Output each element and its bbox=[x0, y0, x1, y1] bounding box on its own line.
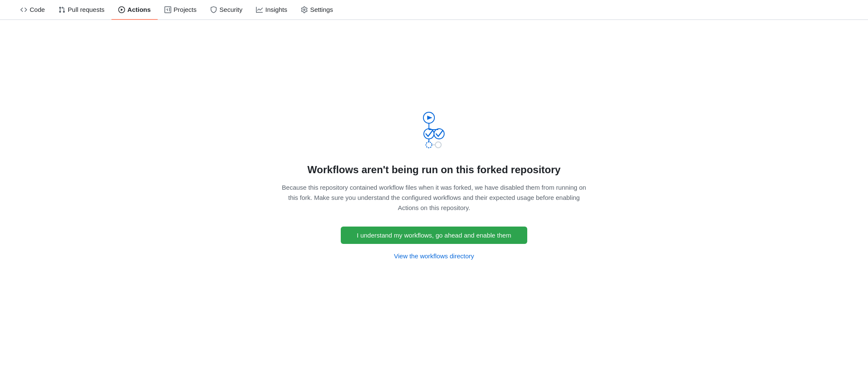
settings-icon bbox=[301, 6, 308, 13]
code-icon bbox=[20, 6, 27, 13]
main-description: Because this repository contained workfl… bbox=[281, 183, 587, 213]
main-content: Workflows aren't being run on this forke… bbox=[0, 20, 868, 350]
main-heading: Workflows aren't being run on this forke… bbox=[307, 164, 560, 176]
nav-label-insights: Insights bbox=[265, 6, 287, 13]
workflow-illustration bbox=[413, 111, 455, 150]
nav-label-pull-requests: Pull requests bbox=[68, 6, 105, 13]
pr-icon bbox=[58, 6, 65, 13]
projects-icon bbox=[164, 6, 171, 13]
nav-item-projects[interactable]: Projects bbox=[158, 0, 203, 20]
nav-item-settings[interactable]: Settings bbox=[294, 0, 340, 20]
nav-label-code: Code bbox=[30, 6, 45, 13]
insights-icon bbox=[256, 6, 263, 13]
svg-point-5 bbox=[434, 129, 444, 139]
nav-bar: Code Pull requests Actions Projects bbox=[0, 0, 868, 20]
svg-marker-1 bbox=[427, 116, 432, 120]
nav-item-code[interactable]: Code bbox=[14, 0, 52, 20]
enable-workflows-button[interactable]: I understand my workflows, go ahead and … bbox=[341, 227, 527, 244]
nav-label-settings: Settings bbox=[310, 6, 333, 13]
nav-label-security: Security bbox=[220, 6, 242, 13]
svg-point-7 bbox=[426, 142, 432, 148]
svg-point-4 bbox=[424, 129, 434, 139]
actions-icon bbox=[118, 6, 125, 13]
nav-item-security[interactable]: Security bbox=[203, 0, 249, 20]
nav-label-actions: Actions bbox=[128, 6, 151, 13]
view-workflows-link[interactable]: View the workflows directory bbox=[394, 252, 474, 260]
security-icon bbox=[210, 6, 217, 13]
nav-item-insights[interactable]: Insights bbox=[249, 0, 294, 20]
svg-point-8 bbox=[435, 142, 441, 148]
nav-item-pull-requests[interactable]: Pull requests bbox=[52, 0, 111, 20]
nav-item-actions[interactable]: Actions bbox=[111, 0, 158, 20]
nav-label-projects: Projects bbox=[174, 6, 197, 13]
